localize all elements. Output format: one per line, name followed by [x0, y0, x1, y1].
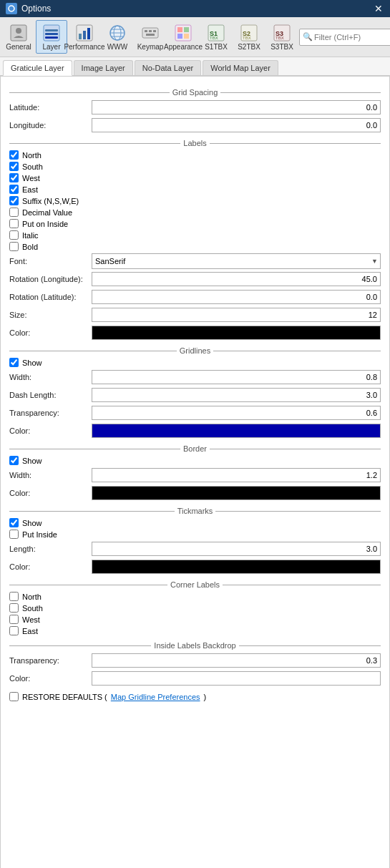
corner-west-label: West — [22, 615, 40, 624]
tabs-row: Graticule Layer Image Layer No-Data Laye… — [0, 57, 390, 76]
keymap-label: Keymap — [137, 43, 164, 51]
font-select[interactable]: SanSerif Serif Monospaced Arial Helvetic… — [92, 253, 381, 269]
border-show-checkbox[interactable] — [9, 456, 19, 465]
restore-link[interactable]: Map Gridline Preferences — [111, 693, 200, 701]
suffix-checkbox[interactable] — [9, 196, 19, 205]
toolbar-search[interactable]: 🔍 — [299, 29, 390, 46]
toolbar-keymap[interactable]: Keymap — [135, 20, 166, 54]
tickmarks-show-checkbox[interactable] — [9, 518, 19, 527]
grid-spacing-divider: Grid Spacing — [9, 88, 381, 97]
border-show-label: Show — [22, 457, 42, 465]
corner-north-checkbox[interactable] — [9, 592, 19, 601]
toolbar-layer[interactable]: Layer — [36, 20, 67, 54]
performance-icon — [74, 23, 94, 43]
gridlines-show-checkbox[interactable] — [9, 358, 19, 367]
north-checkbox[interactable] — [9, 150, 19, 160]
italic-checkbox[interactable] — [9, 230, 19, 240]
gridlines-transparency-input[interactable] — [92, 406, 381, 420]
general-icon — [9, 23, 29, 43]
border-color-swatch[interactable] — [92, 486, 381, 500]
bold-checkbox[interactable] — [9, 242, 19, 251]
decimal-checkbox[interactable] — [9, 208, 19, 217]
gridlines-label: Gridlines — [180, 346, 210, 355]
tickmarks-color-swatch[interactable] — [92, 560, 381, 574]
title-bar: Options ✕ — [0, 0, 390, 17]
backdrop-transparency-row: Transparency: — [9, 653, 381, 668]
gridlines-color-row: Color: — [9, 423, 381, 439]
size-input[interactable] — [92, 308, 381, 322]
appearance-icon — [173, 23, 193, 43]
size-label: Size: — [9, 311, 92, 319]
app-icon — [6, 3, 17, 14]
font-select-wrapper: SanSerif Serif Monospaced Arial Helvetic… — [92, 253, 381, 269]
tickmarks-put-inside-checkbox[interactable] — [9, 530, 19, 539]
svg-rect-19 — [149, 30, 152, 32]
gridlines-width-input[interactable] — [92, 370, 381, 384]
rotation-lat-input[interactable] — [92, 290, 381, 304]
tickmarks-length-input[interactable] — [92, 542, 381, 556]
backdrop-color-row: Color: — [9, 670, 381, 686]
tab-graticule[interactable]: Graticule Layer — [3, 60, 72, 76]
corner-north-label: North — [22, 593, 42, 601]
north-checkbox-row: North — [9, 150, 381, 160]
put-on-inside-checkbox[interactable] — [9, 219, 19, 228]
restore-checkbox[interactable] — [9, 692, 19, 701]
longitude-input[interactable] — [92, 118, 381, 132]
s3tbx-icon: S3 TBX — [272, 23, 292, 43]
title-bar-left: Options — [6, 3, 51, 14]
restore-row: RESTORE DEFAULTS (Map Gridline Preferenc… — [9, 692, 381, 701]
gridlines-color-swatch[interactable] — [92, 424, 381, 438]
east-checkbox[interactable] — [9, 185, 19, 194]
tab-worldmap[interactable]: World Map Layer — [203, 60, 278, 75]
gridlines-divider: Gridlines — [9, 346, 381, 355]
backdrop-color-swatch[interactable] — [92, 671, 381, 686]
labels-color-swatch[interactable] — [92, 326, 381, 340]
svg-rect-18 — [145, 30, 147, 32]
tab-nodata[interactable]: No-Data Layer — [135, 60, 202, 75]
corner-east-label: East — [22, 627, 38, 635]
backdrop-color-label: Color: — [9, 674, 92, 683]
backdrop-transparency-label: Transparency: — [9, 656, 92, 665]
backdrop-transparency-input[interactable] — [92, 653, 381, 668]
toolbar-general[interactable]: General — [3, 20, 34, 54]
corner-labels-divider: Corner Labels — [9, 580, 381, 589]
longitude-label: Longitude: — [9, 121, 92, 130]
labels-section-label: Labels — [183, 139, 206, 147]
backdrop-label: Inside Labels Backdrop — [154, 641, 235, 650]
suffix-checkbox-row: Suffix (N,S,W,E) — [9, 196, 381, 205]
rotation-lon-input[interactable] — [92, 272, 381, 286]
corner-west-checkbox[interactable] — [9, 615, 19, 624]
west-checkbox[interactable] — [9, 173, 19, 182]
toolbar-performance[interactable]: Performance — [69, 20, 100, 54]
dash-length-input[interactable] — [92, 388, 381, 402]
close-button[interactable]: ✕ — [373, 3, 384, 14]
tab-image[interactable]: Image Layer — [74, 60, 133, 75]
svg-rect-9 — [79, 34, 82, 39]
grid-spacing-label: Grid Spacing — [172, 88, 218, 97]
tickmarks-put-inside-label: Put Inside — [22, 530, 57, 539]
west-label: West — [22, 174, 40, 182]
gridlines-show-label: Show — [22, 359, 42, 367]
toolbar-s1tbx[interactable]: S1 TBX S1TBX — [200, 20, 232, 54]
toolbar-appearance[interactable]: Appearance — [167, 20, 199, 54]
rotation-lon-row: Rotation (Longitude): — [9, 271, 381, 287]
corner-labels-label: Corner Labels — [170, 580, 220, 589]
appearance-label: Appearance — [164, 43, 203, 51]
search-input[interactable] — [314, 33, 390, 42]
corner-south-checkbox[interactable] — [9, 603, 19, 613]
border-width-input[interactable] — [92, 468, 381, 482]
restore-label-end: ) — [204, 693, 207, 701]
border-width-label: Width: — [9, 471, 92, 479]
keymap-icon — [140, 23, 160, 43]
suffix-label: Suffix (N,S,W,E) — [22, 197, 79, 205]
toolbar-s2tbx[interactable]: S2 TBX S2TBX — [233, 20, 265, 54]
put-on-inside-label: Put on Inside — [22, 220, 68, 228]
corner-east-checkbox[interactable] — [9, 626, 19, 635]
north-label: North — [22, 151, 42, 160]
south-checkbox[interactable] — [9, 162, 19, 171]
toolbar-s3tbx[interactable]: S3 TBX S3TBX — [266, 20, 298, 54]
toolbar: General Layer Performance — [0, 17, 390, 57]
latitude-input[interactable] — [92, 100, 381, 114]
gridlines-width-label: Width: — [9, 373, 92, 381]
toolbar-www[interactable]: WWW — [102, 20, 133, 54]
